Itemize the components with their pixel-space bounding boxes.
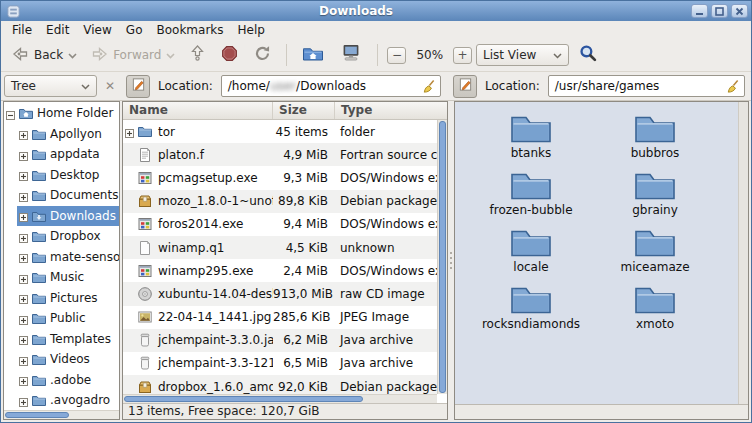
folder-item-miceamaze[interactable]: miceamaze (593, 222, 717, 279)
expand-expander-icon[interactable] (19, 252, 28, 261)
expand-expander-icon[interactable] (19, 375, 28, 384)
titlebar[interactable]: Downloads (1, 1, 751, 21)
home-button[interactable] (296, 41, 330, 69)
folder-item-bubbros[interactable]: bubbros (593, 108, 717, 165)
file-row-dropbox-1-6-0-amd6-[interactable]: dropbox_1.6.0_amd6...92,0 KiBDebian pack… (123, 375, 437, 394)
stop-button[interactable] (215, 42, 244, 69)
clear-location-icon[interactable] (421, 79, 436, 97)
menu-bookmarks[interactable]: Bookmarks (149, 22, 230, 38)
sidebar-item-mate-sensors-[interactable]: mate-sensors- (4, 247, 119, 268)
file-name: winamp295.exe (158, 264, 253, 278)
up-button[interactable] (184, 42, 211, 68)
forward-history-chevron-icon[interactable] (166, 48, 175, 62)
view-mode-select[interactable]: List View (476, 44, 569, 66)
file-row-jchempaint-3-3-0-jar[interactable]: jchempaint-3.3.0.jar6,2 MiBJava archive (123, 329, 437, 352)
file-size: 9,3 MiB (273, 171, 335, 185)
sidebar-item-apollyon[interactable]: Apollyon (4, 124, 119, 145)
expand-expander-icon[interactable] (19, 191, 28, 200)
back-button[interactable]: Back (7, 44, 82, 67)
file-row-tor[interactable]: tor45 itemsfolder (123, 120, 437, 143)
file-row-foros2014-exe[interactable]: foros2014.exe9,4 MiBDOS/Windows ex (123, 213, 437, 236)
menu-view[interactable]: View (76, 22, 118, 38)
sidebar-item-downloads[interactable]: Downloads (4, 206, 119, 227)
search-button[interactable] (573, 41, 603, 69)
sidebar-item--adobe[interactable]: .adobe (4, 370, 119, 391)
folder-icon (31, 250, 47, 263)
expand-expander-icon[interactable] (19, 273, 28, 282)
back-history-chevron-icon[interactable] (68, 48, 77, 62)
folder-item-gbrainy[interactable]: gbrainy (593, 165, 717, 222)
file-row-winamp295-exe[interactable]: winamp295.exe2,4 MiBDOS/Windows ex (123, 259, 437, 282)
minimize-button[interactable] (691, 4, 708, 18)
sidebar-item-home-folder[interactable]: Home Folder (4, 103, 119, 124)
column-header-size[interactable]: Size (273, 102, 335, 119)
expand-expander-icon[interactable] (19, 314, 28, 323)
close-side-pane-button[interactable]: ✕ (102, 79, 118, 93)
file-size: 9,4 MiB (273, 217, 335, 231)
icon-view-vertical-scrollbar[interactable] (738, 102, 748, 404)
folder-item-locale[interactable]: locale (469, 222, 593, 279)
location-input-right[interactable]: /usr/share/games (548, 75, 745, 97)
menu-go[interactable]: Go (119, 22, 150, 38)
expand-expander-icon[interactable] (19, 170, 28, 179)
scrollbar-thumb[interactable] (5, 412, 69, 418)
sidebar-item-public[interactable]: Public (4, 308, 119, 329)
location-path-suffix: /Downloads (296, 79, 366, 93)
expand-expander-icon[interactable] (19, 232, 28, 241)
file-row-22-04-14-1441-jpg[interactable]: 22-04-14_1441.jpg285,6 KiBJPEG Image (123, 306, 437, 329)
file-row-platon-f[interactable]: platon.f4,9 MiBFortran source co (123, 143, 437, 166)
side-pane-mode-select[interactable]: Tree (4, 75, 97, 97)
sidebar-item-dropbox[interactable]: Dropbox (4, 226, 119, 247)
expand-expander-icon[interactable] (125, 127, 134, 136)
menu-file[interactable]: File (5, 22, 39, 38)
expand-expander-icon[interactable] (19, 396, 28, 405)
scrollbar-thumb[interactable] (439, 121, 446, 393)
location-input-left[interactable]: /home/user/Downloads (221, 75, 441, 97)
sidebar-item-music[interactable]: Music (4, 267, 119, 288)
file-type: Debian package (335, 380, 437, 394)
file-row-mozo-1-8-0-1-unoffi-[interactable]: mozo_1.8.0-1~unoffi...89,8 KiBDebian pac… (123, 190, 437, 213)
sidebar-item-documents[interactable]: Documents (4, 185, 119, 206)
file-row-winamp-q1[interactable]: winamp.q14,5 KiBunknown (123, 236, 437, 259)
clear-location-icon[interactable] (725, 79, 740, 97)
folder-item-rocksndiamonds[interactable]: rocksndiamonds (469, 279, 593, 336)
sidebar-item-pictures[interactable]: Pictures (4, 288, 119, 309)
sidebar-horizontal-scrollbar[interactable] (4, 410, 119, 419)
computer-button[interactable] (334, 41, 368, 69)
file-row-pcmagsetup-exe[interactable]: pcmagsetup.exe9,3 MiBDOS/Windows ex (123, 166, 437, 189)
expand-expander-icon[interactable] (19, 129, 28, 138)
home-folder-icon (302, 44, 324, 66)
file-list-horizontal-scrollbar[interactable] (123, 394, 437, 403)
sidebar-item-desktop[interactable]: Desktop (4, 165, 119, 186)
menu-help[interactable]: Help (231, 22, 272, 38)
file-size: 285,6 KiB (273, 310, 335, 324)
expand-expander-icon[interactable] (19, 334, 28, 343)
folder-item-xmoto[interactable]: xmoto (593, 279, 717, 336)
expand-expander-icon[interactable] (19, 211, 28, 220)
file-row-xubuntu-14-04-deskt-[interactable]: xubuntu-14.04-deskt...913,0 MiBraw CD im… (123, 282, 437, 305)
collapse-expander-icon[interactable] (6, 109, 15, 118)
close-button[interactable] (731, 4, 748, 18)
expand-expander-icon[interactable] (19, 150, 28, 159)
scrollbar-thumb[interactable] (124, 396, 363, 402)
folder-item-btanks[interactable]: btanks (469, 108, 593, 165)
file-list-vertical-scrollbar[interactable] (437, 120, 447, 394)
zoom-out-button[interactable]: − (387, 47, 406, 64)
edit-location-toggle-left[interactable] (126, 75, 150, 98)
sidebar-item-appdata[interactable]: appdata (4, 144, 119, 165)
reload-button[interactable] (248, 42, 277, 69)
sidebar-item-templates[interactable]: Templates (4, 329, 119, 350)
sidebar-item-videos[interactable]: Videos (4, 349, 119, 370)
maximize-button[interactable] (711, 4, 728, 18)
column-header-type[interactable]: Type (335, 102, 447, 119)
column-header-name[interactable]: Name (123, 102, 273, 119)
sidebar-item--avogadro[interactable]: .avogadro (4, 390, 119, 411)
file-row-jchempaint-3-3-1210-[interactable]: jchempaint-3.3-1210...6,5 MiBJava archiv… (123, 352, 437, 375)
expand-expander-icon[interactable] (19, 355, 28, 364)
folder-item-frozen-bubble[interactable]: frozen-bubble (469, 165, 593, 222)
zoom-in-button[interactable]: + (453, 47, 472, 64)
menu-edit[interactable]: Edit (39, 22, 76, 38)
expand-expander-icon[interactable] (19, 293, 28, 302)
edit-location-toggle-right[interactable] (453, 75, 477, 98)
forward-button[interactable]: Forward (86, 44, 180, 67)
